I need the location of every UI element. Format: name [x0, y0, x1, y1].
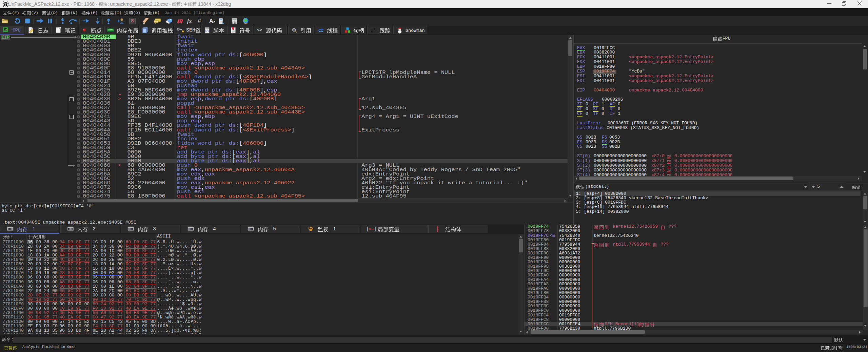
svg-text:32: 32: [4, 28, 7, 31]
svg-text:</>: </>: [204, 29, 210, 33]
